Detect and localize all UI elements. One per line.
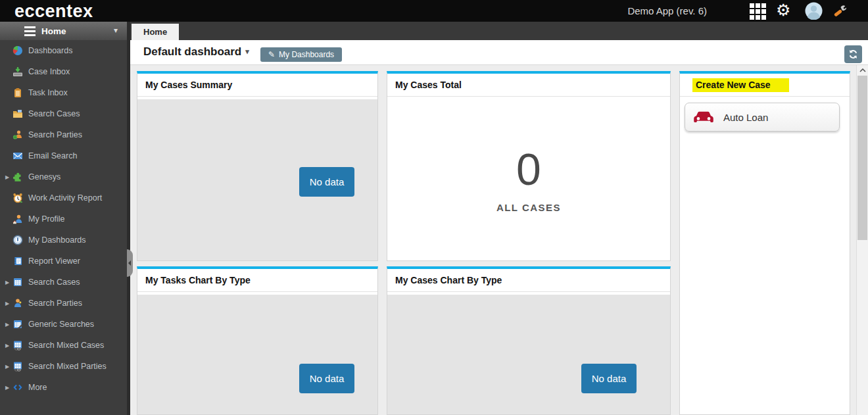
genesys-icon bbox=[12, 172, 23, 182]
sidebar-item-label: Search Parties bbox=[28, 130, 82, 139]
expand-arrow-icon[interactable]: ▶ bbox=[5, 385, 12, 391]
tab-bar: Home bbox=[130, 22, 868, 40]
refresh-icon bbox=[848, 49, 858, 59]
my-dashboards-button-label: My Dashboards bbox=[279, 50, 334, 59]
chart-area: No data bbox=[137, 99, 377, 260]
sidebar-item-label: Search Mixed Parties bbox=[28, 362, 107, 371]
sidebar-item-dashboards[interactable]: Dashboards bbox=[0, 40, 127, 61]
sidebar-item-label: Dashboards bbox=[28, 46, 72, 55]
sidebar-item-work-activity-report[interactable]: Work Activity Report bbox=[0, 187, 127, 208]
sidebar-item-more[interactable]: ▶More bbox=[0, 377, 127, 398]
expand-arrow-icon[interactable]: ▶ bbox=[5, 322, 12, 328]
panel-create-new-case: Create New Case Auto Loan bbox=[679, 71, 850, 415]
sidebar-item-search-cases[interactable]: Search Cases bbox=[0, 103, 127, 124]
sidebar-item-label: More bbox=[28, 383, 47, 392]
chart-area: No data bbox=[137, 295, 377, 414]
tools-wrench-icon[interactable] bbox=[833, 3, 848, 20]
app-window: eccentex Demo App (rev. 6) ⚙ Home ▾ Dash… bbox=[0, 0, 868, 415]
scrollbar-thumb[interactable] bbox=[857, 76, 867, 240]
panel-title: My Cases Summary bbox=[137, 74, 377, 97]
user-avatar[interactable] bbox=[805, 2, 823, 20]
email-search-icon bbox=[12, 151, 23, 161]
sidebar: Home ▾ DashboardsCase InboxTask InboxSea… bbox=[0, 22, 130, 415]
panel-my-tasks-chart-by-type: My Tasks Chart By Type No data bbox=[137, 266, 378, 415]
search-parties-2-icon bbox=[12, 298, 23, 308]
search-cases-icon bbox=[12, 109, 23, 119]
sidebar-item-search-mixed-parties[interactable]: ▶Search Mixed Parties bbox=[0, 356, 127, 377]
auto-loan-label: Auto Loan bbox=[723, 112, 768, 123]
sidebar-item-email-search[interactable]: Email Search bbox=[0, 145, 127, 166]
sidebar-item-label: Work Activity Report bbox=[28, 193, 102, 203]
expand-arrow-icon[interactable]: ▶ bbox=[5, 301, 12, 306]
more-icon bbox=[12, 382, 23, 393]
panel-title: My Tasks Chart By Type bbox=[137, 269, 377, 292]
car-icon bbox=[693, 109, 714, 125]
sidebar-item-label: Search Mixed Cases bbox=[28, 341, 104, 350]
auto-loan-button[interactable]: Auto Loan bbox=[685, 103, 840, 132]
search-mixed-cases-icon bbox=[12, 340, 23, 351]
sidebar-item-search-cases[interactable]: ▶Search Cases bbox=[0, 272, 127, 293]
counter-area: 0 ALL CASES bbox=[387, 99, 670, 260]
all-cases-label: ALL CASES bbox=[387, 202, 670, 213]
my-dashboards-button[interactable]: ✎My Dashboards bbox=[260, 47, 342, 62]
refresh-button[interactable] bbox=[844, 45, 862, 63]
sidebar-item-label: Task Inbox bbox=[28, 88, 68, 97]
sidebar-item-label: Report Viewer bbox=[28, 256, 80, 266]
my-dashboards-icon bbox=[12, 235, 23, 245]
sidebar-item-label: Case Inbox bbox=[28, 67, 70, 76]
chevron-down-icon: ▾ bbox=[245, 47, 249, 55]
sidebar-collapse-handle[interactable] bbox=[127, 249, 133, 277]
panel-title: My Cases Chart By Type bbox=[387, 269, 670, 292]
chart-area: No data bbox=[387, 295, 670, 414]
expand-arrow-icon[interactable]: ▶ bbox=[5, 364, 12, 370]
sidebar-header-label: Home bbox=[41, 26, 66, 36]
task-inbox-icon bbox=[12, 87, 23, 98]
expand-arrow-icon[interactable]: ▶ bbox=[5, 280, 12, 285]
sidebar-item-search-parties[interactable]: Search Parties bbox=[0, 124, 127, 145]
sidebar-item-case-inbox[interactable]: Case Inbox bbox=[0, 61, 127, 82]
my-profile-icon bbox=[12, 214, 23, 224]
search-cases-table-icon bbox=[12, 277, 23, 287]
sidebar-menu: DashboardsCase InboxTask InboxSearch Cas… bbox=[0, 40, 127, 415]
sidebar-item-my-dashboards[interactable]: My Dashboards bbox=[0, 230, 127, 251]
sidebar-item-label: Generic Searches bbox=[28, 320, 94, 329]
case-inbox-icon bbox=[12, 66, 23, 77]
no-data-badge: No data bbox=[299, 167, 354, 197]
sidebar-item-label: Email Search bbox=[28, 151, 77, 160]
sidebar-item-task-inbox[interactable]: Task Inbox bbox=[0, 82, 127, 103]
all-cases-count: 0 bbox=[387, 147, 670, 191]
eccentex-logo: eccentex bbox=[14, 1, 93, 22]
dashboard-toolbar: Default dashboard▾ ✎My Dashboards bbox=[130, 40, 868, 65]
scroll-up-arrow[interactable] bbox=[857, 65, 868, 76]
vertical-scrollbar[interactable] bbox=[856, 65, 868, 415]
sidebar-item-label: Search Parties bbox=[28, 299, 82, 308]
dashboards-icon bbox=[12, 45, 23, 56]
expand-arrow-icon[interactable]: ▶ bbox=[5, 343, 12, 349]
panel-title: My Cases Total bbox=[387, 74, 670, 97]
search-parties-icon bbox=[12, 130, 23, 140]
tab-home[interactable]: Home bbox=[132, 24, 179, 40]
sidebar-item-label: My Profile bbox=[28, 214, 65, 224]
sidebar-item-report-viewer[interactable]: Report Viewer bbox=[0, 251, 127, 272]
dashboard-selector-label: Default dashboard bbox=[143, 45, 241, 58]
apps-grid-icon[interactable] bbox=[750, 3, 766, 20]
sidebar-item-generic-searches[interactable]: ▶Generic Searches bbox=[0, 314, 127, 335]
settings-gear-icon[interactable]: ⚙ bbox=[776, 0, 790, 21]
sidebar-item-genesys[interactable]: ▶Genesys bbox=[0, 166, 127, 187]
panel-my-cases-summary: My Cases Summary No data bbox=[137, 71, 378, 261]
sidebar-item-label: Genesys bbox=[28, 172, 60, 182]
pencil-icon: ✎ bbox=[268, 50, 275, 59]
expand-arrow-icon[interactable]: ▶ bbox=[5, 174, 12, 180]
top-bar: eccentex Demo App (rev. 6) ⚙ bbox=[0, 0, 868, 22]
sidebar-item-my-profile[interactable]: My Profile bbox=[0, 208, 127, 230]
panel-my-cases-chart-by-type: My Cases Chart By Type No data bbox=[387, 266, 671, 415]
dashboard-selector[interactable]: Default dashboard▾ bbox=[143, 45, 249, 59]
generic-searches-icon bbox=[12, 319, 23, 330]
no-data-badge: No data bbox=[581, 364, 637, 393]
report-viewer-icon bbox=[12, 256, 23, 266]
no-data-badge: No data bbox=[299, 364, 354, 393]
chevron-down-icon: ▾ bbox=[114, 26, 118, 35]
sidebar-item-search-mixed-cases[interactable]: ▶Search Mixed Cases bbox=[0, 335, 127, 356]
sidebar-item-search-parties[interactable]: ▶Search Parties bbox=[0, 293, 127, 314]
sidebar-header-home[interactable]: Home ▾ bbox=[0, 22, 127, 40]
